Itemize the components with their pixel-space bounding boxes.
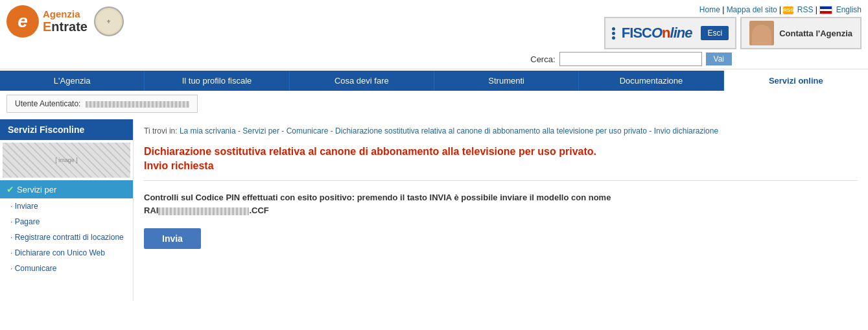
breadcrumb-comunicare[interactable]: Comunicare (287, 126, 329, 136)
search-input[interactable] (559, 52, 702, 66)
invia-button[interactable]: Invia (144, 228, 201, 249)
entrate-text: Entrate (43, 19, 88, 34)
home-link[interactable]: Home (699, 5, 720, 14)
logo-brand-text: Agenzia Entrate (43, 9, 88, 34)
coa-emblem: ⚜ (94, 6, 124, 36)
breadcrumb-servizi[interactable]: Servizi per (242, 126, 279, 136)
rss-icon: RSS (783, 6, 793, 14)
mappa-link[interactable]: Mappa del sito (727, 5, 777, 14)
top-nav-links: Home | Mappa del sito | RSS RSS | Englis… (699, 5, 862, 14)
user-username (86, 101, 189, 108)
sidebar: Servizi Fisconline [ image ] ✔ Servizi p… (0, 119, 133, 301)
breadcrumb-dichiarazione[interactable]: Dichiarazione sostitutiva relativa al ca… (335, 126, 647, 136)
info-filename: RAI.CCF (144, 206, 269, 215)
fisconline-panel: FISCOnline Esci (604, 17, 736, 49)
fisconline-brand: FISCOnline (622, 25, 692, 41)
esci-button[interactable]: Esci (701, 26, 729, 40)
nav-item-profilo[interactable]: Il tuo profilo fiscale (145, 71, 289, 91)
nav-item-servizi[interactable]: Servizi online (724, 71, 868, 91)
english-link[interactable]: English (836, 5, 862, 14)
main-area: Servizi Fisconline [ image ] ✔ Servizi p… (0, 119, 868, 301)
contatta-panel: Contatta l'Agenzia (740, 17, 862, 49)
breadcrumb: Ti trovi in: La mia scrivania - Servizi … (144, 124, 858, 137)
fisco-dots (612, 27, 615, 40)
content-area: Ti trovi in: La mia scrivania - Servizi … (133, 119, 868, 301)
user-bar: Utente Autenticato: (6, 95, 198, 113)
logo-area: e Agenzia Entrate ⚜ (6, 5, 124, 38)
sidebar-thumbnail: [ image ] (3, 143, 130, 178)
sidebar-section-servizi[interactable]: ✔ Servizi per (0, 180, 133, 198)
info-box: Controlli sul Codice PIN effettuati con … (144, 191, 858, 218)
sidebar-title: Servizi Fisconline (0, 119, 133, 140)
sidebar-link-dichiarare[interactable]: · Dichiarare con Unico Web (0, 245, 133, 261)
sidebar-link-comunicare[interactable]: · Comunicare (0, 261, 133, 276)
breadcrumb-invio[interactable]: Invio dichiarazione (654, 126, 718, 136)
agent-avatar (749, 21, 774, 45)
nav-item-documentazione[interactable]: Documentazione (579, 71, 723, 91)
nav-item-agenzia[interactable]: L'Agenzia (0, 71, 145, 91)
uk-flag-icon (819, 6, 832, 14)
nav-item-cosa[interactable]: Cosa devi fare (290, 71, 434, 91)
logo-e-circle: e (6, 5, 39, 38)
rss-link[interactable]: RSS (797, 5, 814, 14)
search-label: Cerca: (530, 54, 555, 64)
sidebar-link-inviare[interactable]: · Inviare (0, 198, 133, 214)
info-text-prefix: Controlli sul Codice PIN effettuati con … (144, 193, 611, 202)
check-icon: ✔ (6, 184, 14, 194)
page-title: Dichiarazione sostitutiva relativa al ca… (144, 145, 858, 181)
user-prefix: Utente Autenticato: (15, 99, 80, 108)
sidebar-link-pagare[interactable]: · Pagare (0, 214, 133, 230)
nav-bar: L'Agenzia Il tuo profilo fiscale Cosa de… (0, 71, 868, 91)
search-row: Cerca: Vai (530, 52, 732, 66)
vai-button[interactable]: Vai (706, 53, 732, 65)
breadcrumb-prefix: Ti trovi in: (144, 126, 178, 136)
contatta-label[interactable]: Contatta l'Agenzia (779, 29, 852, 38)
agenzia-text: Agenzia (43, 9, 88, 20)
sidebar-section-label: Servizi per (17, 185, 56, 194)
sidebar-link-registrare[interactable]: · Registrare contratti di locazione (0, 230, 133, 245)
agenzia-entrate-logo: e Agenzia Entrate (6, 5, 88, 38)
breadcrumb-scrivania[interactable]: La mia scrivania (180, 126, 236, 136)
nav-item-strumenti[interactable]: Strumenti (434, 71, 579, 91)
